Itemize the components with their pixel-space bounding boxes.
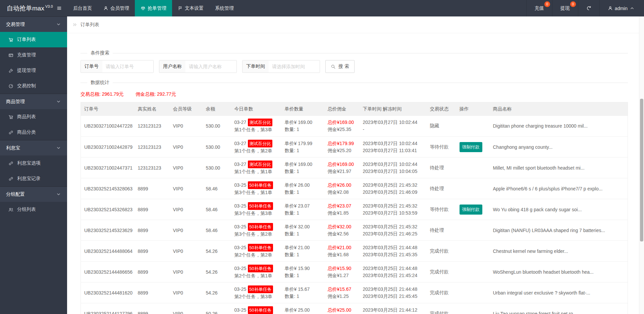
- task-date: 03-25: [234, 182, 247, 188]
- col-action: 操作: [456, 102, 490, 116]
- real-name-cell: 8899: [135, 262, 170, 282]
- withdraw-label: 提现: [560, 5, 570, 11]
- task-badge: 50补单任务: [248, 223, 273, 231]
- balance-cell: 54.26: [203, 282, 231, 303]
- task-line: 03-2550补单任务: [234, 265, 278, 272]
- total-price: 总价¥15.67: [328, 286, 356, 293]
- unit-price: 单价¥ 15.90: [285, 265, 321, 272]
- unit-price: 单价¥ 32.00: [285, 223, 321, 230]
- today-count-cell: 03-27测试百分比第1个任务，第1单: [231, 158, 281, 178]
- withdraw-button[interactable]: 提现 0: [552, 0, 578, 16]
- card-icon: [8, 53, 13, 58]
- product-cell: Liu Tao yunnan stone forest fruit net ro…: [490, 303, 628, 314]
- sidebar-item-订单列表[interactable]: 订单列表: [0, 32, 67, 47]
- task-badge: 测试百分比: [248, 140, 272, 147]
- stats-legend: 数据统计: [87, 80, 113, 86]
- sidebar-item-利息宝选项[interactable]: 利息宝选项: [0, 155, 67, 171]
- action-cell: [456, 220, 490, 241]
- task-text: 第3个任务，第3单: [234, 210, 278, 217]
- sidebar-item-商品分类[interactable]: 商品分类: [0, 125, 67, 140]
- product-cell: Digititan phone charging treasure 10000 …: [490, 116, 628, 137]
- order-time: 2023年03月27日 10:02:44: [363, 161, 423, 168]
- real-name-cell: 8899: [135, 282, 170, 303]
- sidebar-toggle-button[interactable]: [51, 0, 67, 16]
- username-input[interactable]: [185, 60, 236, 73]
- status-cell: 待处理: [427, 158, 456, 178]
- search-button-label: 搜 索: [338, 63, 349, 70]
- order-time: 2023年03月25日 21:45:32: [363, 223, 423, 230]
- force-pay-button[interactable]: 强制付款: [460, 205, 482, 215]
- force-pay-button[interactable]: 强制付款: [460, 142, 482, 152]
- unit-price: 单价¥ 23.07: [285, 203, 321, 210]
- stats-line: 交易总额: 2961.79元 佣金总额: 292.77元: [80, 91, 628, 97]
- vip-level-cell: VIP0: [170, 137, 203, 158]
- price-qty-cell: 单价¥ 169.00数量: 1: [281, 158, 324, 178]
- topnav-item-label: 抢单管理: [148, 5, 166, 11]
- sidebar-item-商品列表[interactable]: 商品列表: [0, 109, 67, 125]
- time-cell: 2023年03月25日 21:44:482023年03月25日 21:45:35: [360, 241, 427, 262]
- status-cell: 隐藏: [427, 116, 456, 137]
- sidebar-item-充值管理[interactable]: 充值管理: [0, 47, 67, 63]
- vertical-scrollbar[interactable]: [639, 16, 644, 314]
- topnav-item-1[interactable]: 后台首页: [67, 0, 98, 16]
- task-line: 03-2550补单任务: [234, 223, 278, 231]
- unfreeze-time: 2023年03月25日 21:46:25: [363, 230, 423, 237]
- sidebar-item-提现管理[interactable]: 提现管理: [0, 63, 67, 78]
- price-qty-cell: 单价¥ 15.90数量: 1: [281, 262, 324, 282]
- commission: 佣金¥21.97: [328, 168, 356, 175]
- sidebar-group-label: 利息宝: [6, 145, 20, 151]
- today-count-cell: 03-2550补单任务第3个任务，第3单: [231, 199, 281, 220]
- app-logo: 自动抢单max V3.0: [0, 0, 51, 16]
- sidebar-item-分组列表[interactable]: 分组列表: [0, 202, 67, 217]
- sidebar-item-交易控制[interactable]: 交易控制: [0, 78, 67, 94]
- time-cell: 2023年03月25日 21:44:122023年03月25日 21:44:48: [360, 303, 427, 314]
- refresh-button[interactable]: [578, 0, 599, 16]
- col-total-comm: 总价佣金: [324, 102, 360, 116]
- table-row: UB23032521453236298899VIP058.4603-2550补单…: [81, 220, 628, 241]
- order-time: 2023年03月25日 21:45:32: [363, 203, 423, 210]
- angle-double-right-icon: [72, 22, 77, 27]
- recharge-button[interactable]: 充值 0: [526, 0, 552, 16]
- chevron-down-icon: [56, 99, 61, 104]
- topnav-item-5[interactable]: 系统管理: [209, 0, 239, 16]
- order-time-input[interactable]: [269, 60, 320, 73]
- action-cell: [456, 262, 490, 282]
- topbar-right: 充值 0 提现 0 admin: [526, 0, 644, 16]
- topnav-item-4[interactable]: 文本设置: [172, 0, 209, 16]
- topnav-item-label: 系统管理: [215, 5, 234, 11]
- gauge-icon: [8, 84, 13, 89]
- time-cell: 2023年03月25日 21:44:482023年03月25日 21:45:24: [360, 262, 427, 282]
- vip-level-cell: VIP0: [170, 220, 203, 241]
- sidebar-group-1[interactable]: 交易管理: [0, 16, 67, 32]
- quantity: 数量: 1: [285, 272, 321, 279]
- link-icon: [8, 130, 13, 135]
- action-cell: [456, 178, 490, 199]
- order-no-cell: UB2303271002442879: [81, 137, 135, 158]
- commission: 佣金¥2.08: [328, 189, 356, 196]
- search-button[interactable]: 搜 索: [325, 60, 355, 73]
- order-time: 2023年03月25日 21:44:12: [363, 307, 423, 314]
- table-row: UB23032521453280638899VIP058.4603-2550补单…: [81, 178, 628, 199]
- task-line: 03-2550补单任务: [234, 306, 278, 314]
- order-no-input[interactable]: [102, 60, 153, 73]
- sidebar-item-label: 交易控制: [17, 83, 36, 89]
- topnav-item-3[interactable]: 抢单管理: [135, 0, 172, 16]
- user-menu[interactable]: admin: [599, 0, 644, 16]
- topnav-item-2[interactable]: 会员管理: [98, 0, 135, 16]
- app-version: V3.0: [45, 4, 53, 8]
- today-count-cell: 03-2550补单任务第2个任务，第2单: [231, 241, 281, 262]
- sidebar-item-利息宝记录[interactable]: 利息宝记录: [0, 171, 67, 186]
- total-comm-cell: 总价¥15.90佣金¥1.27: [324, 262, 360, 282]
- balance-cell: 50.26: [203, 303, 231, 314]
- scrollbar-thumb[interactable]: [640, 99, 643, 241]
- product-cell: Wo Yu obing 418 g pack candy sugar soi..…: [490, 199, 628, 220]
- topnav-item-label: 会员管理: [110, 5, 129, 11]
- recharge-label: 充值: [535, 5, 544, 11]
- sidebar-group-3[interactable]: 利息宝: [0, 140, 67, 155]
- sidebar-group-4[interactable]: 分组配置: [0, 186, 67, 202]
- sidebar-group-2[interactable]: 商品管理: [0, 94, 67, 109]
- sidebar-item-label: 商品列表: [17, 114, 36, 120]
- order-no-cell: UB2303252144127796: [81, 303, 135, 314]
- action-cell: [456, 282, 490, 303]
- topnav-item-label: 文本设置: [185, 5, 204, 11]
